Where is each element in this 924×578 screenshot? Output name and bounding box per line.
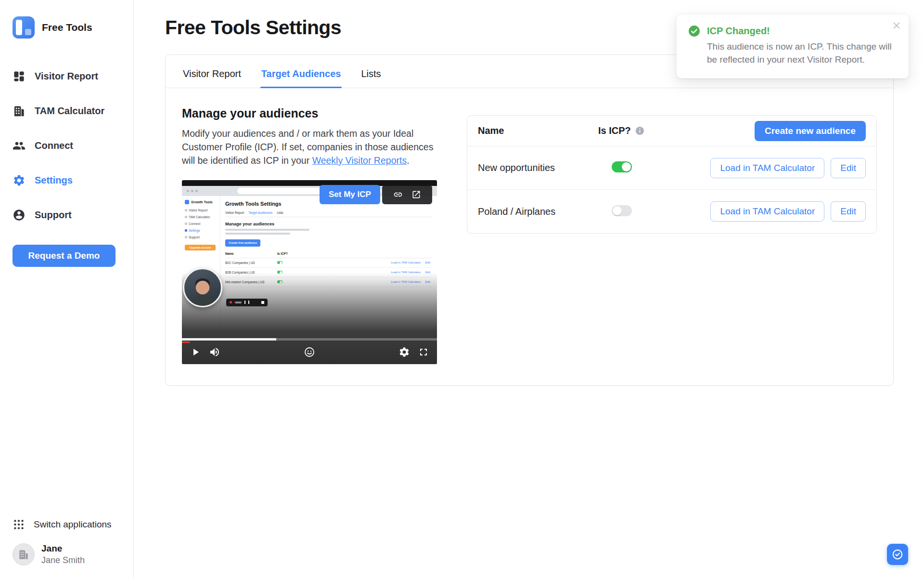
sidebar-item-label: Connect: [35, 140, 73, 151]
audiences-table: Name Is ICP? Create new audience New opp…: [467, 115, 877, 234]
sidebar-item-label: Support: [35, 210, 72, 221]
sidebar-item-label: TAM Calculator: [35, 105, 104, 117]
icp-toggle[interactable]: [612, 205, 632, 216]
settings-icon[interactable]: [398, 346, 410, 358]
external-link-icon[interactable]: [411, 190, 421, 199]
section-description: Modify your audiences and / or mark them…: [182, 127, 437, 168]
section-heading: Manage your audiences: [182, 106, 437, 120]
set-my-icp-button[interactable]: Set My ICP: [320, 185, 380, 204]
toast-message: This audience is now an ICP. This change…: [707, 40, 896, 66]
sidebar-nav: Visitor Report TAM Calculator Connect Se…: [13, 65, 121, 238]
icp-toggle[interactable]: [612, 161, 632, 172]
manage-audiences-section: Manage your audiences Modify your audien…: [182, 103, 437, 364]
app-logo-icon: [13, 16, 35, 39]
mini-recorder-toolbar: [226, 299, 268, 306]
check-circle-icon: [688, 25, 700, 37]
load-tam-button[interactable]: Load in TAM Calculator: [710, 201, 824, 222]
audience-name: New opportunities: [478, 162, 598, 173]
column-name: Name: [478, 125, 598, 136]
switch-applications-label: Switch applications: [34, 519, 112, 530]
close-icon[interactable]: [891, 20, 902, 31]
sidebar-item-connect[interactable]: Connect: [13, 134, 121, 157]
emoji-icon[interactable]: [304, 346, 315, 358]
support-icon: [13, 209, 26, 222]
tutorial-video[interactable]: Growth Tools Visitor Report TAM Calculat…: [182, 180, 437, 364]
sidebar: Free Tools Visitor Report TAM Calculator…: [0, 0, 134, 578]
circle-check-icon: [891, 548, 904, 561]
toast-notification: ICP Changed! This audience is now an ICP…: [676, 14, 909, 79]
presenter-webcam: [183, 268, 222, 307]
tab-lists[interactable]: Lists: [360, 68, 382, 88]
load-tam-button[interactable]: Load in TAM Calculator: [710, 158, 824, 178]
sidebar-item-label: Visitor Report: [35, 71, 98, 82]
main-content: Free Tools Settings Visitor Report Targe…: [134, 0, 924, 578]
floating-check-badge[interactable]: [887, 544, 908, 565]
user-avatar: [13, 543, 35, 565]
building-avatar-icon: [17, 548, 30, 561]
sidebar-item-support[interactable]: Support: [13, 203, 121, 226]
video-controls: [182, 341, 437, 364]
audience-row: New opportunities Load in TAM Calculator…: [467, 146, 876, 190]
audience-name: Poland / Airplanes: [478, 206, 598, 217]
switch-applications[interactable]: Switch applications: [13, 518, 121, 531]
fullscreen-icon[interactable]: [418, 346, 429, 358]
audiences-table-header: Name Is ICP? Create new audience: [467, 116, 876, 146]
edit-button[interactable]: Edit: [831, 158, 866, 178]
weekly-visitor-reports-link[interactable]: Weekly Visitor Reports: [312, 155, 407, 166]
sidebar-item-settings[interactable]: Settings: [13, 169, 121, 192]
gear-icon: [13, 174, 26, 187]
people-icon: [13, 139, 26, 152]
apps-grid-icon: [13, 518, 25, 531]
tab-visitor-report[interactable]: Visitor Report: [182, 68, 242, 88]
mini-logo-icon: [185, 200, 189, 204]
building-icon: [13, 105, 26, 118]
record-dot-icon: [230, 301, 232, 303]
request-demo-button[interactable]: Request a Demo: [13, 245, 116, 267]
user-subtitle: Jane Smith: [41, 555, 85, 565]
settings-card: Visitor Report Target Audiences Lists Ma…: [165, 54, 894, 386]
link-icon[interactable]: [393, 190, 403, 199]
app: { "colors": { "accent_blue": "#4285F4", …: [0, 0, 924, 578]
sidebar-item-label: Settings: [35, 175, 73, 186]
mini-upgrade-button: Upgrade account: [185, 245, 216, 250]
sidebar-item-visitor-report[interactable]: Visitor Report: [13, 65, 121, 88]
user-profile[interactable]: Jane Jane Smith: [13, 543, 121, 565]
toast-title: ICP Changed!: [707, 26, 896, 37]
app-logo-row: Free Tools: [13, 16, 121, 39]
tab-target-audiences[interactable]: Target Audiences: [260, 68, 342, 88]
edit-button[interactable]: Edit: [831, 201, 866, 222]
user-name: Jane: [41, 543, 85, 554]
dashboard-icon: [13, 70, 26, 83]
mini-create-button: Create free audience: [225, 239, 260, 247]
column-is-icp: Is ICP?: [598, 125, 631, 136]
audience-row: Poland / Airplanes Load in TAM Calculato…: [467, 190, 876, 233]
create-audience-button[interactable]: Create new audience: [755, 121, 866, 141]
volume-icon[interactable]: [209, 346, 220, 358]
info-icon[interactable]: [635, 126, 644, 135]
video-overlay-actions: [382, 185, 432, 204]
sidebar-item-tam-calculator[interactable]: TAM Calculator: [13, 99, 121, 122]
app-name: Free Tools: [42, 22, 92, 33]
play-icon[interactable]: [190, 346, 201, 358]
